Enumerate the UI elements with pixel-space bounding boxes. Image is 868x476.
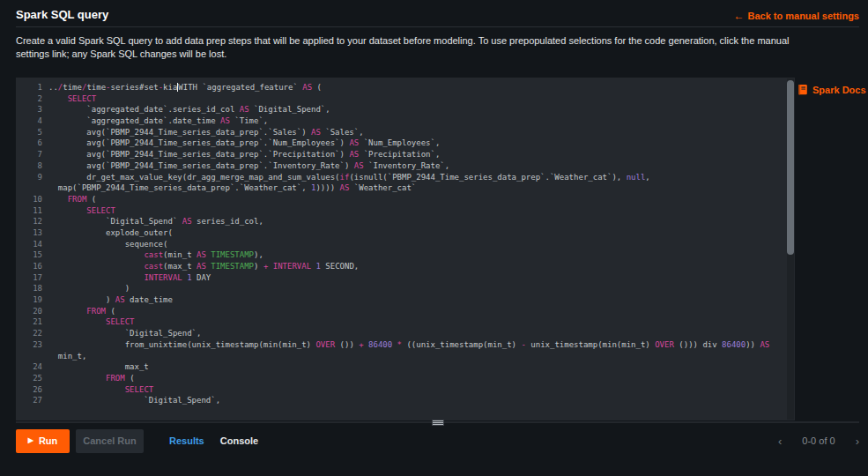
header-divider	[16, 26, 859, 27]
book-icon	[798, 84, 808, 95]
line-number: 3	[16, 104, 48, 115]
editor-resize-bar	[16, 420, 859, 425]
code-line[interactable]: 27 `Digital_Spend`,	[16, 395, 795, 406]
line-number: 16	[16, 261, 48, 272]
line-number: 6	[16, 138, 48, 149]
line-number: 26	[16, 384, 48, 396]
line-number: 10	[16, 194, 48, 205]
line-number: 23	[16, 339, 48, 351]
code-line[interactable]: 9 dr_get_max_value_key(dr_agg_merge_map_…	[16, 172, 795, 183]
pagination-label: 0-0 of 0	[802, 435, 835, 446]
line-number: 21	[16, 316, 48, 328]
line-number: 13	[16, 227, 48, 239]
line-number: 27	[16, 395, 48, 406]
line-number: 11	[16, 205, 48, 217]
tab-console[interactable]: Console	[220, 435, 258, 446]
code-line[interactable]: 3 `aggregated_date`.series_id_col AS `Di…	[16, 104, 795, 115]
line-number: 1	[16, 82, 48, 93]
code-line[interactable]: 20 FROM (	[16, 306, 795, 317]
code-line[interactable]: 11 SELECT	[16, 205, 795, 217]
run-button[interactable]: ▶Run	[16, 429, 70, 453]
line-number: 2	[16, 93, 48, 105]
pagination-next-icon[interactable]: ›	[856, 435, 859, 447]
page-title: Spark SQL query	[16, 8, 108, 21]
code-line[interactable]: 5 avg(`PBMP_2944_Time_series_data_prep`.…	[16, 127, 795, 138]
line-number: 4	[16, 115, 48, 127]
resize-grip-icon[interactable]	[432, 420, 444, 426]
code-lines: 1../time/time-series#set-kiaWITH `aggreg…	[16, 78, 795, 406]
code-line[interactable]: 22 `Digital_Spend`,	[16, 328, 795, 339]
code-line[interactable]: 14 sequence(	[16, 239, 795, 250]
code-line[interactable]: 21 SELECT	[16, 316, 795, 328]
play-icon: ▶	[28, 437, 33, 444]
line-number: 20	[16, 306, 48, 317]
pagination-prev-icon[interactable]: ‹	[778, 435, 782, 447]
code-line[interactable]: 18 )	[16, 283, 795, 294]
line-number: 5	[16, 127, 48, 138]
description-text: Create a valid Spark SQL query to add da…	[16, 34, 859, 61]
code-line[interactable]: 23 from_unixtime(unix_timestamp(min(min_…	[16, 339, 795, 351]
code-line[interactable]: map(`PBMP_2944_Time_series_data_prep`.`W…	[16, 182, 795, 194]
line-number: 15	[16, 249, 48, 261]
editor-scrollbar-track[interactable]	[787, 78, 794, 420]
code-line[interactable]: 19 ) AS date_time	[16, 294, 795, 306]
code-line[interactable]: 6 avg(`PBMP_2944_Time_series_data_prep`.…	[16, 138, 795, 149]
code-line[interactable]: 17 INTERVAL 1 DAY	[16, 272, 795, 284]
code-line[interactable]: 10 FROM (	[16, 194, 795, 205]
code-line[interactable]: 26 SELECT	[16, 384, 795, 396]
code-line[interactable]: 13 explode_outer(	[16, 227, 795, 239]
code-line[interactable]: 16 cast(max_t AS TIMESTAMP) + INTERVAL 1…	[16, 261, 795, 272]
footer-toolbar: ▶Run Cancel Run Results Console ‹ 0-0 of…	[16, 428, 859, 453]
line-number: 9	[16, 172, 48, 183]
line-number: 18	[16, 283, 48, 294]
line-number: 12	[16, 216, 48, 227]
cancel-run-label: Cancel Run	[83, 435, 137, 446]
results-pagination: ‹ 0-0 of 0 ›	[778, 428, 859, 453]
code-line[interactable]: 12 `Digital_Spend` AS series_id_col,	[16, 216, 795, 227]
code-line[interactable]: 24 max_t	[16, 361, 795, 373]
back-arrow-icon: ←	[733, 10, 744, 22]
tab-results[interactable]: Results	[169, 435, 204, 446]
spark-docs-label: Spark Docs	[812, 85, 866, 95]
code-line[interactable]: 7 avg(`PBMP_2944_Time_series_data_prep`.…	[16, 149, 795, 160]
code-line[interactable]: 2 SELECT	[16, 93, 795, 105]
editor-scrollbar-thumb[interactable]	[787, 80, 794, 255]
line-number: 14	[16, 239, 48, 250]
back-link-label: Back to manual settings	[747, 11, 859, 21]
code-line[interactable]: 25 FROM (	[16, 373, 795, 384]
run-button-label: Run	[39, 435, 57, 446]
line-number: 8	[16, 160, 48, 172]
code-editor[interactable]: 1../time/time-series#set-kiaWITH `aggreg…	[16, 78, 795, 420]
code-line[interactable]: min_t,	[16, 351, 795, 362]
line-number: 25	[16, 373, 48, 384]
code-line[interactable]: 8 avg(`PBMP_2944_Time_series_data_prep`.…	[16, 160, 795, 172]
description-line2: settings link; any Spark SQL changes wil…	[16, 48, 226, 59]
line-number: 17	[16, 272, 48, 284]
panel-header: Spark SQL query ←Back to manual settings	[0, 0, 868, 27]
line-number: 7	[16, 149, 48, 160]
line-number: 22	[16, 328, 48, 339]
back-to-manual-settings-link[interactable]: ←Back to manual settings	[733, 10, 859, 22]
line-number: 24	[16, 361, 48, 373]
description-line1: Create a valid Spark SQL query to add da…	[16, 35, 790, 46]
cancel-run-button[interactable]: Cancel Run	[76, 429, 144, 453]
spark-docs-link[interactable]: Spark Docs	[798, 84, 866, 95]
code-line[interactable]: 15 cast(min_t AS TIMESTAMP),	[16, 249, 795, 261]
code-line[interactable]: 4 `aggregated_date`.date_time AS `Time`,	[16, 115, 795, 127]
line-number: 19	[16, 294, 48, 306]
code-line[interactable]: 1../time/time-series#set-kiaWITH `aggreg…	[16, 82, 795, 93]
